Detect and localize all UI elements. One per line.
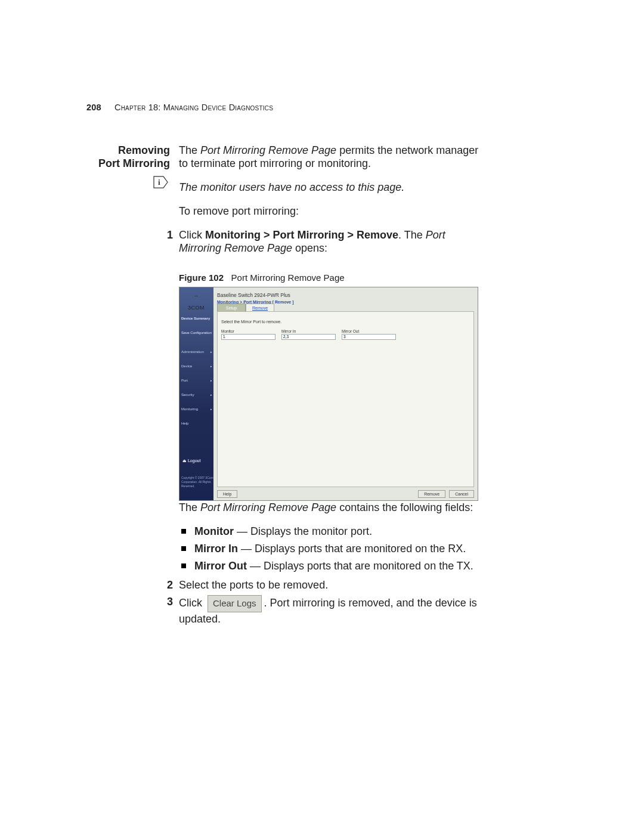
sidebar-item-device-summary[interactable]: Device Summary xyxy=(181,311,212,326)
fields-list: Monitor — Displays the monitor port. Mir… xyxy=(179,525,489,572)
page-header: 208 Chapter 18: Managing Device Diagnost… xyxy=(86,103,273,112)
app-sidebar: ⌢ 3COM Device Summary Save Configuration… xyxy=(179,287,213,500)
step-number: 3 xyxy=(163,595,173,625)
brand-logo: ⌢ 3COM xyxy=(182,289,210,314)
table-row xyxy=(221,330,402,343)
list-item: Monitor — Displays the monitor port. xyxy=(179,525,489,538)
step-1: 1 Click Monitoring > Port Mirroring > Re… xyxy=(179,228,489,255)
step-number: 2 xyxy=(163,578,173,592)
figure-screenshot: ⌢ 3COM Device Summary Save Configuration… xyxy=(179,287,478,501)
sidebar-item-save-config[interactable]: Save Configuration xyxy=(181,326,212,340)
logout-link[interactable]: ⏏ Logout xyxy=(182,454,200,467)
content-panel: Select the Mirror Port to remove. Monito… xyxy=(217,311,474,487)
step-text: Click Monitoring > Port Mirroring > Remo… xyxy=(179,228,489,255)
chapter-title: Chapter 18: Managing Device Diagnostics xyxy=(114,103,273,112)
copyright: Copyright © 2007 3Com Corporation. All R… xyxy=(181,476,213,488)
section-heading: Removing Port Mirroring xyxy=(95,144,170,170)
remove-button[interactable]: Remove xyxy=(418,490,445,498)
tab-remove[interactable]: Remove xyxy=(246,304,274,312)
clear-logs-button[interactable]: Clear Logs xyxy=(208,595,262,612)
tab-setup[interactable]: Setup xyxy=(217,304,246,312)
tabs: Setup Remove xyxy=(217,304,274,312)
note: The monitor users have no access to this… xyxy=(179,181,489,194)
svg-text:i: i xyxy=(158,178,160,187)
step-number: 1 xyxy=(163,228,173,255)
monitor-field[interactable] xyxy=(221,334,275,340)
figure-caption: Figure 102 Port Mirroring Remove Page xyxy=(179,271,489,284)
sidebar-item-help[interactable]: Help xyxy=(181,416,212,431)
step-text: Click Clear Logs. Port mirroring is remo… xyxy=(179,595,489,625)
list-item: Mirror In — Displays ports that are moni… xyxy=(179,542,489,555)
lead-in: To remove port mirroring: xyxy=(179,205,489,218)
sidebar-item-device[interactable]: Device xyxy=(181,359,212,373)
step-text: Select the ports to be removed. xyxy=(179,578,489,592)
step-3: 3 Click Clear Logs. Port mirroring is re… xyxy=(179,595,489,625)
sidebar-item-administration[interactable]: Administration xyxy=(181,345,212,359)
page-number: 208 xyxy=(86,103,101,112)
help-button[interactable]: Help xyxy=(217,490,237,498)
sidebar-item-security[interactable]: Security xyxy=(181,388,212,402)
fields-intro: The Port Mirroring Remove Page contains … xyxy=(179,501,489,514)
svg-marker-0 xyxy=(154,176,168,188)
mirror-out-field[interactable] xyxy=(342,334,396,340)
list-item: Mirror Out — Displays ports that are mon… xyxy=(179,559,489,572)
mirror-in-field[interactable] xyxy=(281,334,336,340)
step-2: 2 Select the ports to be removed. xyxy=(179,578,489,592)
cancel-button[interactable]: Cancel xyxy=(449,490,474,498)
info-icon: i xyxy=(153,175,169,189)
intro-paragraph: The Port Mirroring Remove Page permits t… xyxy=(179,144,489,170)
sidebar-item-port[interactable]: Port xyxy=(181,373,212,388)
sidebar-item-monitoring[interactable]: Monitoring xyxy=(181,402,212,416)
